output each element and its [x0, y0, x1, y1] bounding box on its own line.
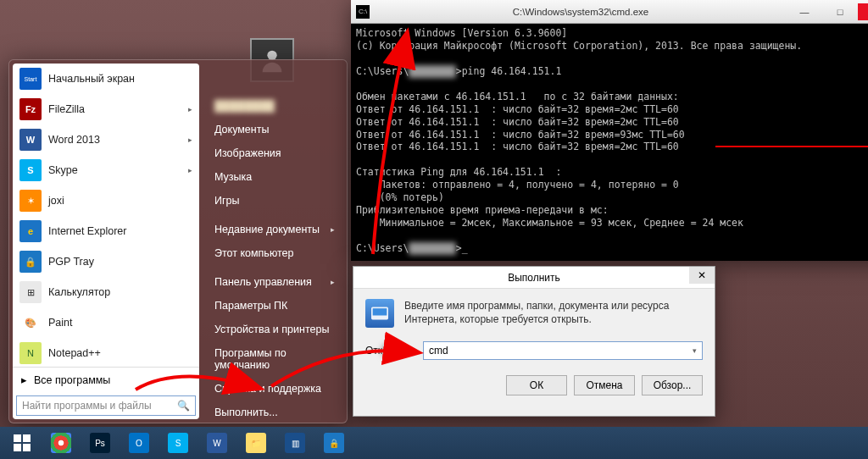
- right-menu-label: Игры: [214, 195, 239, 207]
- cmd-line: Ответ от 46.164.151.1 : число байт=32 вр…: [356, 129, 868, 141]
- cmd-line: Минимальное = 2мсек, Максимальное = 93 м…: [356, 217, 868, 230]
- right-menu-этот-компьютер[interactable]: Этот компьютер: [203, 241, 347, 265]
- annotation-underline: [715, 146, 868, 147]
- taskbar-item-pgp[interactable]: 🔒: [315, 430, 353, 456]
- right-menu-документы[interactable]: Документы: [203, 118, 347, 141]
- maximize-button[interactable]: □: [822, 3, 858, 20]
- search-input[interactable]: Найти программы и файлы 🔍: [16, 395, 196, 416]
- taskbar-item-vbox[interactable]: ▥: [276, 430, 314, 456]
- start-tile-icon: Start: [19, 68, 42, 90]
- cmd-line: Приблизительное время приема-передачи в …: [356, 204, 868, 217]
- right-menu-label: Программы по умолчанию: [214, 347, 335, 371]
- pinned-item-paint[interactable]: 🎨 Paint: [13, 307, 199, 338]
- right-menu-игры[interactable]: Игры: [203, 189, 347, 213]
- right-menu-программы-по-умолчанию[interactable]: Программы по умолчанию: [203, 341, 347, 377]
- right-menu-недавние-документы[interactable]: Недавние документы▸: [203, 218, 347, 241]
- right-menu-label: Музыка: [214, 171, 252, 183]
- all-programs-button[interactable]: ▸ Все программы: [13, 367, 199, 392]
- pinned-item-label: Калькулятор: [48, 286, 110, 298]
- right-menu-выполнить-[interactable]: Выполнить...: [203, 401, 347, 424]
- ok-button[interactable]: ОК: [506, 375, 567, 395]
- cmd-line: Microsoft Windows [Version 6.3.9600]: [356, 27, 868, 40]
- pinned-item-filezilla[interactable]: Fz FileZilla ▸: [13, 94, 199, 124]
- username-label[interactable]: ████████: [203, 94, 347, 118]
- right-menu-изображения[interactable]: Изображения: [203, 141, 347, 165]
- chevron-right-icon: ▸: [331, 225, 335, 234]
- svg-rect-4: [23, 434, 31, 442]
- taskbar-item-photoshop[interactable]: Ps: [81, 430, 119, 456]
- pinned-item-start-tile[interactable]: Start Начальный экран: [13, 64, 199, 94]
- taskbar: Ps O S W 📁 ▥ 🔒: [0, 427, 868, 459]
- cmd-line: C:\Users\████████>ping 46.164.151.1: [356, 65, 868, 78]
- all-programs-label: Все программы: [34, 374, 110, 386]
- taskbar-item-word[interactable]: W: [198, 430, 236, 456]
- ie-icon: e: [19, 220, 42, 242]
- cmd-line: Ответ от 46.164.151.1 : число байт=32 вр…: [356, 116, 868, 129]
- taskbar-item-skype[interactable]: S: [159, 430, 197, 456]
- close-button[interactable]: ✕: [689, 267, 715, 284]
- right-menu-label: Этот компьютер: [214, 247, 293, 259]
- pinned-item-label: PGP Tray: [48, 256, 94, 268]
- pinned-item-word[interactable]: W Word 2013 ▸: [13, 124, 199, 155]
- start-button[interactable]: [3, 430, 41, 456]
- open-label: Откры: [365, 345, 415, 357]
- right-menu-устройства-и-принтеры[interactable]: Устройства и принтеры: [203, 318, 347, 341]
- svg-rect-5: [14, 444, 21, 451]
- pinned-item-label: FileZilla: [48, 103, 85, 115]
- taskbar-item-explorer[interactable]: 📁: [237, 430, 275, 456]
- chevron-right-icon: ▸: [331, 278, 335, 286]
- start-menu: Start Начальный экран Fz FileZilla ▸W Wo…: [8, 59, 348, 423]
- start-menu-right-panel: ████████ ДокументыИзображенияМузыкаИгры …: [203, 60, 347, 423]
- pinned-item-skype[interactable]: S Skype ▸: [13, 155, 199, 185]
- right-menu-label: Параметры ПК: [214, 300, 287, 312]
- cmd-line: Ответ от 46.164.151.1 : число байт=32 вр…: [356, 103, 868, 116]
- skype-icon: S: [19, 159, 42, 181]
- pinned-item-label: Internet Explorer: [48, 225, 126, 237]
- search-icon: 🔍: [177, 400, 190, 412]
- close-button[interactable]: ✕: [858, 3, 868, 20]
- run-description: Введите имя программы, папки, документа …: [404, 299, 703, 326]
- cmd-line: [356, 230, 868, 242]
- pinned-item-calc[interactable]: ⊞ Калькулятор: [13, 277, 199, 307]
- pinned-item-npp[interactable]: N Notepad++: [13, 338, 199, 367]
- right-menu-музыка[interactable]: Музыка: [203, 165, 347, 189]
- right-menu-label: Недавние документы: [214, 224, 320, 235]
- right-menu-label: Выполнить...: [214, 406, 278, 418]
- pinned-item-label: Начальный экран: [48, 73, 135, 85]
- taskbar-item-outlook[interactable]: O: [120, 430, 158, 456]
- cmd-titlebar[interactable]: C:\ C:\Windows\system32\cmd.exe — □ ✕: [351, 0, 868, 24]
- cmd-line: [356, 153, 868, 166]
- cancel-button[interactable]: Отмена: [574, 375, 635, 395]
- minimize-button[interactable]: —: [787, 3, 822, 20]
- cmd-line: [356, 78, 868, 91]
- run-input[interactable]: cmd ▾: [423, 341, 703, 360]
- pinned-item-joxi[interactable]: ✶ joxi: [13, 185, 199, 216]
- cmd-line: Пакетов: отправлено = 4, получено = 4, п…: [356, 179, 868, 191]
- cmd-line: C:\Users\████████>_: [356, 242, 868, 255]
- word-icon: W: [19, 129, 42, 151]
- chevron-down-icon[interactable]: ▾: [693, 346, 697, 355]
- browse-button[interactable]: Обзор...: [642, 375, 703, 395]
- right-menu-параметры-пк[interactable]: Параметры ПК: [203, 294, 347, 318]
- pinned-item-pgp[interactable]: 🔒 PGP Tray: [13, 246, 199, 277]
- right-menu-панель-управления[interactable]: Панель управления▸: [203, 270, 347, 294]
- taskbar-item-chrome[interactable]: [42, 430, 80, 456]
- right-menu-label: Справка и поддержка: [214, 383, 321, 395]
- right-menu-label: Изображения: [214, 147, 281, 159]
- pinned-item-ie[interactable]: e Internet Explorer: [13, 216, 199, 246]
- cmd-title: C:\Windows\system32\cmd.exe: [375, 7, 787, 17]
- right-menu-label: Панель управления: [214, 276, 312, 288]
- search-placeholder: Найти программы и файлы: [22, 400, 177, 412]
- right-menu-справка-и-поддержка[interactable]: Справка и поддержка: [203, 377, 347, 401]
- right-menu-label: Документы: [214, 124, 269, 135]
- cmd-line: (0% потерь): [356, 191, 868, 204]
- run-titlebar[interactable]: Выполнить ✕: [353, 267, 715, 289]
- paint-icon: 🎨: [19, 312, 42, 334]
- cmd-output[interactable]: Microsoft Windows [Version 6.3.9600](c) …: [351, 24, 868, 258]
- chevron-right-icon: ▸: [21, 373, 27, 386]
- pinned-item-label: Skype: [48, 164, 78, 176]
- svg-rect-2: [373, 308, 387, 315]
- pinned-item-label: joxi: [48, 195, 64, 207]
- cmd-line: (c) Корпорация Майкрософт (Microsoft Cor…: [356, 40, 868, 53]
- run-dialog: Выполнить ✕ Введите имя программы, папки…: [353, 266, 715, 417]
